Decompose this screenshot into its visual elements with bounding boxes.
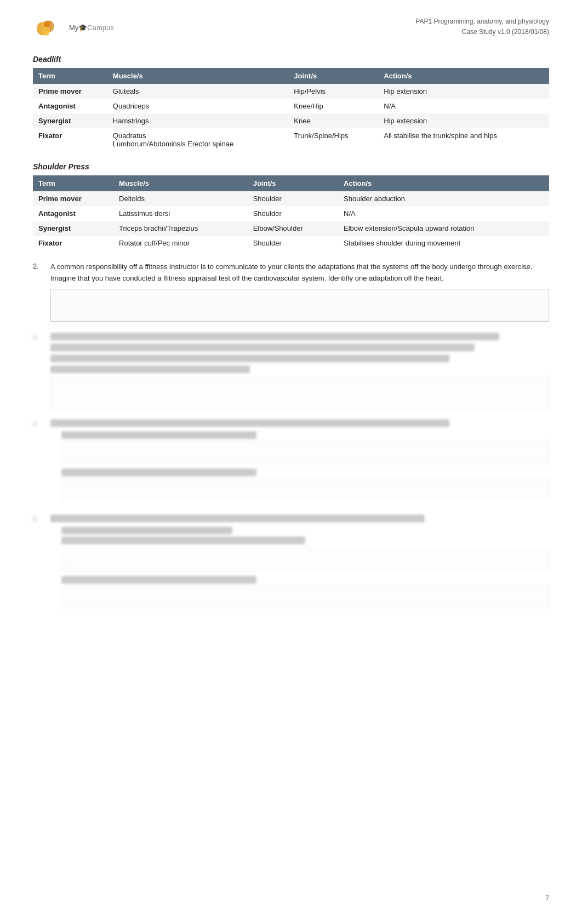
shoulder-row1-term: Prime mover	[33, 191, 113, 206]
deadlift-row4-term: Fixator	[33, 128, 107, 151]
shoulder-row4-joint: Shoulder	[248, 236, 338, 250]
logo: My🎓Campus	[33, 16, 114, 38]
table-row: Fixator QuadratusLumborum/Abdominsls Ere…	[33, 128, 549, 151]
logo-my: My	[69, 24, 78, 32]
shoulder-row4-action: Stabilises shoulder during movement	[338, 236, 549, 250]
blurred-content: 3. 4. 5.	[33, 333, 549, 613]
doc-subtitle: Case Study v1.0 (2018/01/08)	[415, 27, 549, 37]
shoulder-row2-joint: Shoulder	[248, 206, 338, 221]
table-row: Fixator Rotator cuff/Pec minor Shoulder …	[33, 236, 549, 250]
shoulder-press-table: Term Muscle/s Joint/s Action/s Prime mov…	[33, 175, 549, 250]
shoulder-col-term: Term	[33, 175, 113, 191]
shoulder-row2-muscle: Latissimus dorsi	[113, 206, 248, 221]
header-info: PAP1 Programming, anatomy, and physiolog…	[415, 16, 549, 37]
deadlift-col-action: Action/s	[378, 68, 549, 84]
deadlift-row3-action: Hip extension	[378, 113, 549, 128]
question-2-answer-box[interactable]	[50, 289, 549, 322]
question-2: 2. A common responsibility off a ffitnes…	[33, 261, 549, 322]
svg-point-3	[44, 21, 50, 27]
deadlift-col-muscle: Muscle/s	[107, 68, 289, 84]
deadlift-row1-joint: Hip/Pelvis	[288, 84, 378, 99]
shoulder-col-action: Action/s	[338, 175, 549, 191]
table-row: Prime mover Deltoids Shoulder Shoulder a…	[33, 191, 549, 206]
question-2-body: A common responsibility off a ffitness i…	[50, 263, 532, 282]
logo-separator: 🎓	[78, 24, 87, 32]
deadlift-row1-action: Hip extension	[378, 84, 549, 99]
logo-text: My🎓Campus	[69, 24, 114, 32]
question-2-text: A common responsibility off a ffitness i…	[50, 261, 549, 322]
deadlift-title: Deadlift	[33, 55, 549, 64]
shoulder-row3-action: Elbow extension/Scapula upward rotation	[338, 221, 549, 236]
shoulder-row1-muscle: Deltoids	[113, 191, 248, 206]
shoulder-row4-term: Fixator	[33, 236, 113, 250]
table-row: Synergist Hamstrings Knee Hip extension	[33, 113, 549, 128]
deadlift-col-joint: Joint/s	[288, 68, 378, 84]
deadlift-col-term: Term	[33, 68, 107, 84]
shoulder-press-title: Shoulder Press	[33, 162, 549, 171]
shoulder-row3-term: Synergist	[33, 221, 113, 236]
deadlift-row4-joint: Trunk/Spine/Hips	[288, 128, 378, 151]
shoulder-row2-action: N/A	[338, 206, 549, 221]
table-row: Synergist Triceps brachii/Trapezius Elbo…	[33, 221, 549, 236]
blurred-answer-3	[50, 378, 549, 410]
deadlift-row4-muscle: QuadratusLumborum/Abdominsls Erector spi…	[107, 128, 289, 151]
table-row: Antagonist Quadriceps Knee/Hip N/A	[33, 99, 549, 113]
doc-title: PAP1 Programming, anatomy, and physiolog…	[415, 16, 549, 27]
deadlift-header-row: Term Muscle/s Joint/s Action/s	[33, 68, 549, 84]
blurred-question-5: 5.	[33, 515, 549, 613]
shoulder-row1-action: Shoulder abduction	[338, 191, 549, 206]
deadlift-row3-joint: Knee	[288, 113, 378, 128]
shoulder-col-joint: Joint/s	[248, 175, 338, 191]
question-2-section: 2. A common responsibility off a ffitnes…	[33, 261, 549, 322]
deadlift-row2-muscle: Quadriceps	[107, 99, 289, 113]
page-number: 7	[545, 894, 549, 902]
page-header: My🎓Campus PAP1 Programming, anatomy, and…	[33, 16, 549, 38]
shoulder-col-muscle: Muscle/s	[113, 175, 248, 191]
table-row: Prime mover Gluteals Hip/Pelvis Hip exte…	[33, 84, 549, 99]
deadlift-row3-term: Synergist	[33, 113, 107, 128]
deadlift-row2-action: N/A	[378, 99, 549, 113]
blurred-question-3: 3.	[33, 333, 549, 410]
deadlift-row2-term: Antagonist	[33, 99, 107, 113]
deadlift-row3-muscle: Hamstrings	[107, 113, 289, 128]
shoulder-row3-muscle: Triceps brachii/Trapezius	[113, 221, 248, 236]
shoulder-row4-muscle: Rotator cuff/Pec minor	[113, 236, 248, 250]
logo-image	[33, 16, 66, 38]
shoulder-row2-term: Antagonist	[33, 206, 113, 221]
deadlift-row1-term: Prime mover	[33, 84, 107, 99]
deadlift-row1-muscle: Gluteals	[107, 84, 289, 99]
shoulder-row1-joint: Shoulder	[248, 191, 338, 206]
deadlift-row2-joint: Knee/Hip	[288, 99, 378, 113]
shoulder-header-row: Term Muscle/s Joint/s Action/s	[33, 175, 549, 191]
deadlift-table: Term Muscle/s Joint/s Action/s Prime mov…	[33, 68, 549, 151]
shoulder-row3-joint: Elbow/Shoulder	[248, 221, 338, 236]
deadlift-row4-action: All stabilise the trunk/spine and hips	[378, 128, 549, 151]
svg-point-2	[42, 26, 50, 36]
table-row: Antagonist Latissimus dorsi Shoulder N/A	[33, 206, 549, 221]
question-2-number: 2.	[33, 261, 44, 322]
logo-campus: Campus	[87, 24, 113, 32]
blurred-question-4: 4.	[33, 419, 549, 506]
